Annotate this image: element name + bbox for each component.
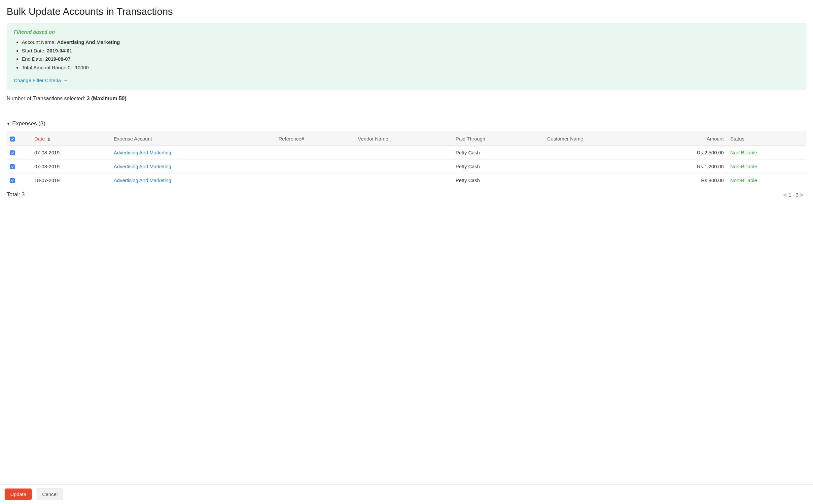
header-status[interactable]: Status (727, 132, 806, 146)
cell-date: 07-08-2019 (31, 146, 110, 160)
cell-expense-account: Advertising And Marketing (110, 146, 275, 160)
cell-reference (275, 146, 354, 160)
select-all-checkbox[interactable] (10, 137, 15, 142)
pager-range: 1 - 3 (789, 192, 798, 198)
selected-count: Number of Transactions selected: 3 (Maxi… (7, 96, 806, 102)
expense-account-link[interactable]: Advertising And Marketing (114, 150, 171, 155)
cell-customer (544, 160, 654, 173)
header-date[interactable]: Date (31, 132, 110, 146)
cell-paid-through: Petty Cash (452, 160, 544, 173)
cell-reference (275, 173, 354, 187)
pager-next[interactable]: ▶ (798, 192, 806, 198)
filter-item-end-date: End Date: 2019-08-07 (22, 55, 799, 63)
cell-vendor (355, 146, 452, 160)
cell-reference (275, 160, 354, 173)
filter-item-start-date: Start Date: 2019-04-01 (22, 47, 799, 55)
expenses-section-toggle[interactable]: ▼ Expenses (3) (7, 120, 806, 127)
row-checkbox[interactable] (10, 164, 15, 169)
change-filter-link[interactable]: Change Filter Criteria → (14, 78, 68, 83)
cell-amount: Rs.800.00 (654, 173, 727, 187)
header-reference[interactable]: Reference# (275, 132, 354, 146)
cell-amount: Rs.2,500.00 (654, 146, 727, 160)
filter-list: Account Name: Advertising And Marketing … (14, 38, 799, 72)
cell-status: Non-Billable (727, 160, 806, 173)
header-select-all (7, 132, 31, 146)
cell-vendor (355, 160, 452, 173)
expense-account-link[interactable]: Advertising And Marketing (114, 164, 171, 169)
sort-icon (48, 137, 50, 141)
cell-date: 18-07-2019 (31, 173, 110, 187)
header-expense-account[interactable]: Expense Account (110, 132, 275, 146)
row-checkbox[interactable] (10, 150, 15, 155)
filter-item-amount-range: Total Amount Range 0 - 10000 (22, 63, 799, 72)
table-row: 07-08-2019 Advertising And Marketing Pet… (7, 146, 806, 160)
page-title: Bulk Update Accounts in Transactions (7, 6, 806, 17)
arrow-right-icon: → (62, 78, 68, 83)
cell-status: Non-Billable (727, 173, 806, 187)
pager-prev[interactable]: ◀ (781, 192, 789, 198)
cell-vendor (355, 173, 452, 187)
filter-item-account: Account Name: Advertising And Marketing (22, 38, 799, 47)
table-row: 07-08-2019 Advertising And Marketing Pet… (7, 160, 806, 173)
cell-paid-through: Petty Cash (452, 173, 544, 187)
table-row: 18-07-2019 Advertising And Marketing Pet… (7, 173, 806, 187)
header-paid-through[interactable]: Paid Through (452, 132, 544, 146)
filter-heading: Filtered based on (14, 29, 799, 35)
cell-paid-through: Petty Cash (452, 146, 544, 160)
cell-customer (544, 146, 654, 160)
expense-account-link[interactable]: Advertising And Marketing (114, 177, 171, 183)
pager: ◀ 1 - 3 ▶ (781, 192, 806, 198)
cell-date: 07-08-2019 (31, 160, 110, 173)
divider (7, 111, 806, 111)
total-count: Total: 3 (7, 191, 25, 198)
cell-customer (544, 173, 654, 187)
expenses-table: Date Expense Account Reference# Vendor N… (7, 132, 806, 187)
header-vendor[interactable]: Vendor Name (355, 132, 452, 146)
cell-status: Non-Billable (727, 146, 806, 160)
filter-summary-panel: Filtered based on Account Name: Advertis… (7, 23, 806, 90)
expenses-section-title: Expenses (3) (12, 120, 45, 127)
cell-expense-account: Advertising And Marketing (110, 160, 275, 173)
header-amount[interactable]: Amount (654, 132, 727, 146)
header-customer[interactable]: Customer Name (544, 132, 654, 146)
cell-expense-account: Advertising And Marketing (110, 173, 275, 187)
cell-amount: Rs.1,200.00 (654, 160, 727, 173)
caret-down-icon: ▼ (7, 122, 10, 126)
row-checkbox[interactable] (10, 178, 15, 183)
